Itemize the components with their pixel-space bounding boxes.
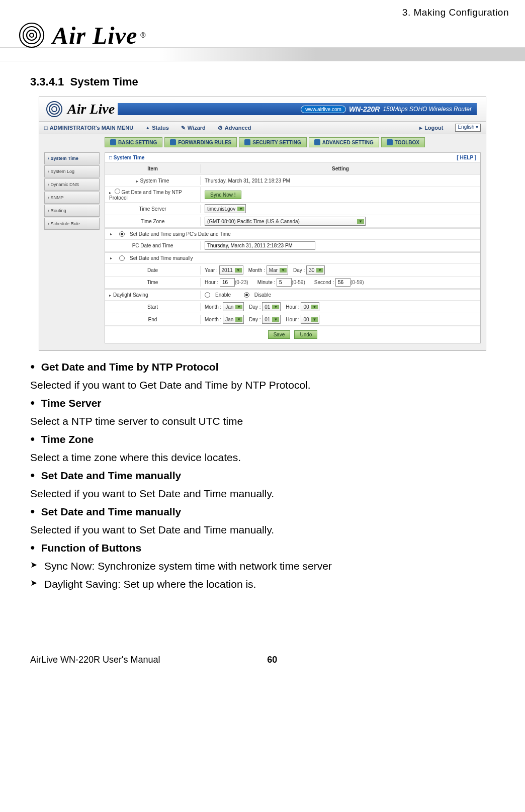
main-nav: □ ADMINISTRATOR's MAIN MENU ▲Status ✎ Wi…	[39, 121, 486, 134]
bullet-title: Set Date and Time manually	[41, 505, 182, 519]
bullet-desc: Selected if you want to Set Date and Tim…	[30, 486, 495, 502]
sidebar-item-routing[interactable]: › Routing	[44, 205, 100, 217]
logo-swirl-icon	[14, 21, 49, 49]
nav-status[interactable]: ▲Status	[145, 125, 169, 131]
daylight-disable-radio[interactable]	[244, 292, 249, 298]
registered-icon: ®	[140, 31, 145, 39]
sidebar-item-system-log[interactable]: › System Log	[44, 165, 100, 177]
chevron-down-icon: ▼	[316, 268, 323, 273]
hour-input[interactable]	[220, 278, 235, 287]
bullet-icon: ●	[30, 432, 35, 445]
url-pill[interactable]: www.airlive.com	[301, 106, 346, 113]
undo-button[interactable]: Undo	[294, 330, 317, 339]
sidebar-item-system-time[interactable]: › System Time	[44, 152, 100, 164]
sub-bullet-icon: ➤	[30, 576, 37, 590]
sidebar-item-dynamic-dns[interactable]: › Dynamic DNS	[44, 178, 100, 191]
chevron-down-icon: ▼	[237, 207, 244, 211]
sidebar: › System Time › System Log › Dynamic DNS…	[44, 152, 100, 343]
page-number: 60	[267, 655, 277, 665]
svg-point-1	[23, 27, 40, 44]
security-icon	[244, 139, 250, 145]
pc-time-radio[interactable]	[119, 231, 125, 237]
svg-point-6	[52, 107, 57, 112]
bullet-desc: Selected if you want to Set Date and Tim…	[30, 522, 495, 538]
chapter-heading: 3. Making Configuration	[16, 7, 509, 18]
footer-manual-title: AirLive WN-220R User's Manual	[30, 655, 160, 665]
svg-point-5	[49, 104, 59, 114]
logo-text: Air Live	[52, 22, 137, 49]
help-link[interactable]: [ HELP ]	[457, 155, 476, 160]
admin-menu-link[interactable]: □ ADMINISTRATOR's MAIN MENU	[44, 125, 133, 131]
bullet-title: Time Server	[41, 396, 102, 410]
settings-panel: □ System Time [ HELP ] Item Setting ▸Sys…	[105, 152, 481, 343]
month-select[interactable]: Mar▼	[267, 265, 288, 275]
bullet-icon: ●	[30, 360, 35, 373]
router-admin-screenshot: Air Live www.airlive.com WN-220R 150Mbps…	[39, 97, 486, 351]
header-gradient	[0, 47, 525, 61]
time-server-select[interactable]: time.nist.gov▼	[205, 204, 246, 213]
manual-radio[interactable]	[119, 255, 125, 261]
sub-bullet-icon: ➤	[30, 558, 37, 572]
nav-advanced[interactable]: ⚙ Advanced	[218, 125, 251, 131]
bullet-title: Function of Buttons	[41, 541, 141, 555]
time-zone-label: Time Zone	[105, 217, 201, 226]
daylight-end-label: End	[105, 315, 201, 324]
nav-wizard[interactable]: ✎ Wizard	[181, 125, 206, 131]
sidebar-item-snmp[interactable]: › SNMP	[44, 192, 100, 204]
row-system-time-label: ▸System Time	[105, 176, 201, 185]
year-select[interactable]: 2011▼	[219, 265, 243, 275]
language-select[interactable]: English ▾	[455, 124, 481, 132]
start-month-select[interactable]: Jan▼	[223, 302, 244, 311]
bullet-desc: Select a NTP time server to consult UTC …	[30, 413, 495, 429]
chevron-down-icon: ▼	[235, 317, 242, 322]
brand-logo: Air Live ®	[14, 21, 509, 49]
minute-input[interactable]	[277, 278, 292, 287]
chevron-down-icon: ▼	[235, 268, 242, 273]
start-hour-select[interactable]: 00▼	[301, 302, 319, 311]
bullet-icon: ●	[30, 396, 35, 409]
bullet-desc: Selected if you want to Get Date and Tim…	[30, 377, 495, 393]
end-day-select[interactable]: 01▼	[262, 315, 281, 324]
tab-toolbox[interactable]: TOOLBOX	[381, 137, 425, 147]
ntp-radio-row: ▸ Get Date and Time by NTP Protocol	[105, 187, 201, 202]
tab-forwarding-rules[interactable]: FORWARDING RULES	[164, 137, 237, 147]
advanced-icon	[314, 139, 320, 145]
ss-logo-text: Air Live	[67, 101, 115, 117]
tab-security-setting[interactable]: SECURITY SETTING	[239, 137, 307, 147]
chevron-down-icon: ▼	[357, 219, 364, 224]
panel-title: □ System Time	[109, 155, 144, 160]
col-item: Item	[105, 164, 201, 173]
save-button[interactable]: Save	[268, 330, 291, 339]
sub-bullet-text: Daylight Saving: Set up where the locati…	[44, 576, 256, 592]
chevron-down-icon: ▼	[311, 305, 318, 309]
day-select[interactable]: 30▼	[306, 265, 325, 275]
section-heading: 3.3.4.1 System Time	[30, 75, 495, 88]
row-system-time-value: Thursday, March 31, 2011 2:18:23 PM	[201, 176, 480, 185]
chevron-down-icon: ▼	[272, 317, 279, 322]
daylight-enable-radio[interactable]	[205, 292, 210, 298]
sync-now-button[interactable]: Sync Now !	[205, 191, 241, 199]
bullet-icon: ●	[30, 505, 35, 518]
start-day-select[interactable]: 01▼	[262, 302, 281, 311]
chevron-down-icon: ▼	[280, 268, 287, 273]
col-setting: Setting	[201, 164, 480, 173]
end-month-select[interactable]: Jan▼	[223, 315, 244, 324]
tab-advanced-setting[interactable]: ADVANCED SETTING	[309, 137, 379, 147]
second-input[interactable]	[335, 278, 351, 287]
pc-date-time-input[interactable]	[205, 241, 315, 250]
end-hour-select[interactable]: 00▼	[301, 315, 319, 324]
bullet-icon: ●	[30, 541, 35, 554]
toolbox-icon	[387, 139, 393, 145]
time-server-label: Time Server	[105, 205, 201, 213]
ntp-radio[interactable]	[115, 189, 120, 194]
bullet-icon: ●	[30, 469, 35, 482]
sidebar-item-schedule-rule[interactable]: › Schedule Rule	[44, 218, 100, 230]
chevron-down-icon: ▼	[272, 305, 279, 309]
time-zone-select[interactable]: (GMT-08:00) Pacific Time (US & Canada)▼	[205, 217, 366, 226]
bullet-title: Set Date and Time manually	[41, 469, 182, 483]
tab-basic-setting[interactable]: BASIC SETTING	[105, 137, 162, 147]
nav-logout[interactable]: ▸ Logout	[419, 125, 443, 131]
manual-radio-row: ▸ Set Date and Time manually	[105, 254, 480, 262]
model-banner: www.airlive.com WN-220R 150Mbps SOHO Wir…	[118, 103, 477, 115]
config-tabs: BASIC SETTING FORWARDING RULES SECURITY …	[39, 134, 486, 149]
